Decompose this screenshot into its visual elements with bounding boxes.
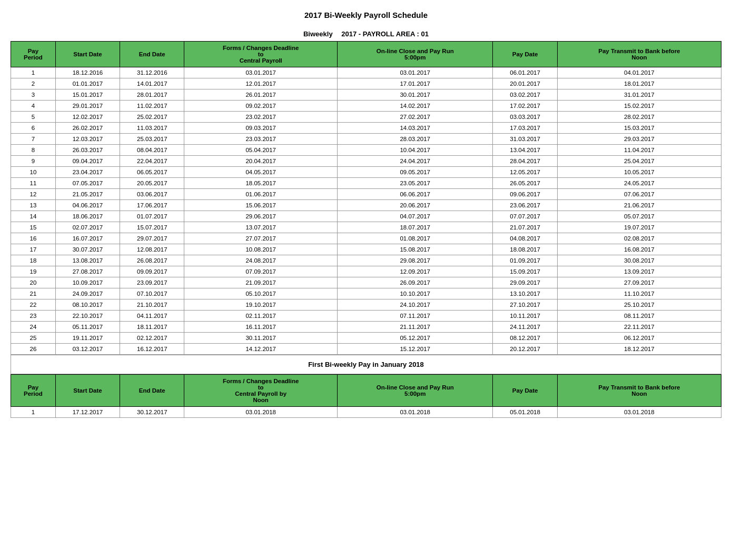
table-cell: 09.04.2017 <box>55 156 120 167</box>
table-cell: 05.10.2017 <box>184 288 338 299</box>
table-cell: 03.01.2017 <box>338 67 493 78</box>
table-cell: 07.10.2017 <box>120 288 184 299</box>
col-header-end-date: End Date <box>120 42 184 67</box>
col2-header-forms-deadline: Forms / Changes DeadlinetoCentral Payrol… <box>184 375 338 407</box>
table-cell: 16.12.2017 <box>120 344 184 355</box>
table-row: 1813.08.201726.08.201724.08.201729.08.20… <box>11 255 721 266</box>
table-cell: 17.02.2017 <box>493 101 557 112</box>
table-cell: 03.01.2018 <box>557 407 721 418</box>
table-cell: 07.07.2017 <box>493 211 557 222</box>
table-cell: 15.08.2017 <box>338 244 493 255</box>
notice-text: First Bi-weekly Pay in January 2018 <box>11 355 721 374</box>
col2-header-pay-period: PayPeriod <box>11 375 56 407</box>
table-cell: 29.03.2017 <box>557 134 721 145</box>
table-row: 118.12.201631.12.201603.01.201703.01.201… <box>11 67 721 78</box>
table-cell: 25.04.2017 <box>557 156 721 167</box>
table-row: 429.01.201711.02.201709.02.201714.02.201… <box>11 101 721 112</box>
table-row: 2519.11.201702.12.201730.11.201705.12.20… <box>11 333 721 344</box>
table-cell: 18.11.2017 <box>120 322 184 333</box>
table-cell: 23 <box>11 311 56 322</box>
table-row: 1502.07.201715.07.201713.07.201718.07.20… <box>11 222 721 233</box>
table-cell: 15.01.2017 <box>55 89 120 101</box>
table-cell: 24.10.2017 <box>338 299 493 311</box>
table-row: 315.01.201728.01.201726.01.201730.01.201… <box>11 89 721 101</box>
table-cell: 28.01.2017 <box>120 89 184 101</box>
table-cell: 28.02.2017 <box>557 112 721 123</box>
table-cell: 21 <box>11 288 56 299</box>
table-cell: 27.07.2017 <box>184 233 338 244</box>
table-cell: 14.01.2017 <box>120 78 184 89</box>
table-row: 1107.05.201720.05.201718.05.201723.05.20… <box>11 178 721 189</box>
table-cell: 26.08.2017 <box>120 255 184 266</box>
table-row: 2208.10.201721.10.201719.10.201724.10.20… <box>11 299 721 311</box>
table-cell: 20.06.2017 <box>338 200 493 211</box>
table-row: 2010.09.201723.09.201721.09.201726.09.20… <box>11 277 721 288</box>
table-cell: 1 <box>11 407 56 418</box>
table-cell: 18 <box>11 255 56 266</box>
table-cell: 28.04.2017 <box>493 156 557 167</box>
table-cell: 27.08.2017 <box>55 266 120 277</box>
table-row: 512.02.201725.02.201723.02.201727.02.201… <box>11 112 721 123</box>
table-cell: 29.06.2017 <box>184 211 338 222</box>
table-cell: 3 <box>11 89 56 101</box>
table-cell: 14 <box>11 211 56 222</box>
table-row: 626.02.201711.03.201709.03.201714.03.201… <box>11 123 721 134</box>
table-cell: 03.01.2017 <box>184 67 338 78</box>
table-cell: 12.08.2017 <box>120 244 184 255</box>
table-cell: 01.07.2017 <box>120 211 184 222</box>
table-cell: 23.03.2017 <box>184 134 338 145</box>
table-row: 909.04.201722.04.201720.04.201724.04.201… <box>11 156 721 167</box>
table-cell: 16.08.2017 <box>557 244 721 255</box>
table-cell: 03.02.2017 <box>493 89 557 101</box>
table-cell: 09.06.2017 <box>493 189 557 200</box>
table-cell: 08.12.2017 <box>493 333 557 344</box>
col2-header-online-close: On-line Close and Pay Run5:00pm <box>338 375 493 407</box>
col2-header-transmit: Pay Transmit to Bank beforeNoon <box>557 375 721 407</box>
table-cell: 21.10.2017 <box>120 299 184 311</box>
table-cell: 24.09.2017 <box>55 288 120 299</box>
table-cell: 24.11.2017 <box>493 322 557 333</box>
table-cell: 25.10.2017 <box>557 299 721 311</box>
table-cell: 11.10.2017 <box>557 288 721 299</box>
table-cell: 20.01.2017 <box>493 78 557 89</box>
table-cell: 22.10.2017 <box>55 311 120 322</box>
table-cell: 02.11.2017 <box>184 311 338 322</box>
table-cell: 21.07.2017 <box>493 222 557 233</box>
table-cell: 14.12.2017 <box>184 344 338 355</box>
table-row: 1221.05.201703.06.201701.06.201706.06.20… <box>11 189 721 200</box>
table-cell: 09.02.2017 <box>184 101 338 112</box>
table-cell: 07.05.2017 <box>55 178 120 189</box>
table-row: 1418.06.201701.07.201729.06.201704.07.20… <box>11 211 721 222</box>
table-cell: 5 <box>11 112 56 123</box>
table-cell: 29.09.2017 <box>493 277 557 288</box>
table-cell: 26.01.2017 <box>184 89 338 101</box>
table-row: 117.12.201730.12.201703.01.201803.01.201… <box>11 407 721 418</box>
table-row: 712.03.201725.03.201723.03.201728.03.201… <box>11 134 721 145</box>
table-cell: 24.04.2017 <box>338 156 493 167</box>
page-title: 2017 Bi-Weekly Payroll Schedule <box>11 11 721 19</box>
table-cell: 26.03.2017 <box>55 145 120 156</box>
table-cell: 17 <box>11 244 56 255</box>
table-cell: 6 <box>11 123 56 134</box>
table-cell: 14.02.2017 <box>338 101 493 112</box>
table-cell: 2 <box>11 78 56 89</box>
table-cell: 08.10.2017 <box>55 299 120 311</box>
table-cell: 06.06.2017 <box>338 189 493 200</box>
table-row: 2322.10.201704.11.201702.11.201707.11.20… <box>11 311 721 322</box>
col-header-transmit: Pay Transmit to Bank beforeNoon <box>557 42 721 67</box>
table-cell: 15.03.2017 <box>557 123 721 134</box>
table-cell: 29.01.2017 <box>55 101 120 112</box>
table-cell: 23.02.2017 <box>184 112 338 123</box>
table-row: 1927.08.201709.09.201707.09.201712.09.20… <box>11 266 721 277</box>
table-cell: 03.01.2018 <box>184 407 338 418</box>
table-cell: 27.09.2017 <box>557 277 721 288</box>
table-cell: 25.02.2017 <box>120 112 184 123</box>
table-cell: 23.04.2017 <box>55 167 120 178</box>
table-cell: 16 <box>11 233 56 244</box>
table-cell: 30.01.2017 <box>338 89 493 101</box>
table-cell: 1 <box>11 67 56 78</box>
table-cell: 31.01.2017 <box>557 89 721 101</box>
table-cell: 15.07.2017 <box>120 222 184 233</box>
table-cell: 25.03.2017 <box>120 134 184 145</box>
table-cell: 13.04.2017 <box>493 145 557 156</box>
